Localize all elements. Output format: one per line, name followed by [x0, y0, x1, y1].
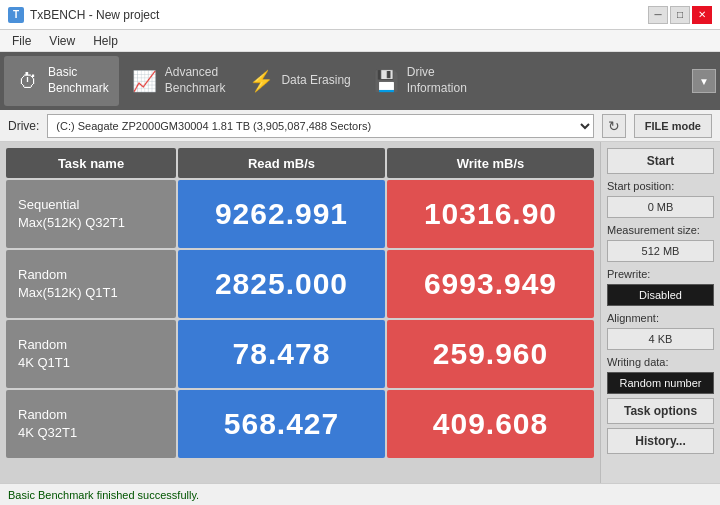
window-controls: ─ □ ✕: [648, 6, 712, 24]
menu-help[interactable]: Help: [85, 32, 126, 50]
table-row: Random Max(512K) Q1T1 2825.000 6993.949: [6, 250, 594, 318]
row-2-write: 259.960: [387, 320, 594, 388]
basic-benchmark-icon: ⏱: [14, 67, 42, 95]
title-bar: T TxBENCH - New project ─ □ ✕: [0, 0, 720, 30]
alignment-value: 4 KB: [607, 328, 714, 350]
toolbar-dropdown[interactable]: ▼: [692, 69, 716, 93]
file-mode-button[interactable]: FILE mode: [634, 114, 712, 138]
col-header-task: Task name: [6, 148, 176, 178]
tab-advanced-benchmark[interactable]: 📈 AdvancedBenchmark: [121, 56, 236, 106]
close-button[interactable]: ✕: [692, 6, 712, 24]
table-header: Task name Read mB/s Write mB/s: [6, 148, 594, 178]
col-header-write: Write mB/s: [387, 148, 594, 178]
advanced-benchmark-label: AdvancedBenchmark: [165, 65, 226, 96]
drive-select[interactable]: (C:) Seagate ZP2000GM30004 1.81 TB (3,90…: [47, 114, 593, 138]
row-3-write: 409.608: [387, 390, 594, 458]
start-button[interactable]: Start: [607, 148, 714, 174]
minimize-button[interactable]: ─: [648, 6, 668, 24]
drive-label: Drive:: [8, 119, 39, 133]
advanced-benchmark-icon: 📈: [131, 67, 159, 95]
data-erasing-icon: ⚡: [247, 67, 275, 95]
benchmark-area: Task name Read mB/s Write mB/s Sequentia…: [0, 142, 600, 483]
data-erasing-label: Data Erasing: [281, 73, 350, 89]
measurement-size-label: Measurement size:: [607, 224, 714, 236]
row-2-label: Random 4K Q1T1: [6, 320, 176, 388]
tab-drive-information[interactable]: 💾 DriveInformation: [363, 56, 477, 106]
tab-data-erasing[interactable]: ⚡ Data Erasing: [237, 56, 360, 106]
drive-information-label: DriveInformation: [407, 65, 467, 96]
status-bar: Basic Benchmark finished successfully.: [0, 483, 720, 505]
menu-file[interactable]: File: [4, 32, 39, 50]
row-1-read: 2825.000: [178, 250, 385, 318]
menu-bar: File View Help: [0, 30, 720, 52]
drive-information-icon: 💾: [373, 67, 401, 95]
drive-bar: Drive: (C:) Seagate ZP2000GM30004 1.81 T…: [0, 110, 720, 142]
maximize-button[interactable]: □: [670, 6, 690, 24]
col-header-read: Read mB/s: [178, 148, 385, 178]
menu-view[interactable]: View: [41, 32, 83, 50]
alignment-label: Alignment:: [607, 312, 714, 324]
table-row: Random 4K Q1T1 78.478 259.960: [6, 320, 594, 388]
measurement-size-value: 512 MB: [607, 240, 714, 262]
right-panel: Start Start position: 0 MB Measurement s…: [600, 142, 720, 483]
tab-basic-benchmark[interactable]: ⏱ BasicBenchmark: [4, 56, 119, 106]
window-title: TxBENCH - New project: [30, 8, 159, 22]
writing-data-label: Writing data:: [607, 356, 714, 368]
prewrite-value: Disabled: [607, 284, 714, 306]
task-options-button[interactable]: Task options: [607, 398, 714, 424]
table-row: Random 4K Q32T1 568.427 409.608: [6, 390, 594, 458]
row-0-label: Sequential Max(512K) Q32T1: [6, 180, 176, 248]
row-3-read: 568.427: [178, 390, 385, 458]
refresh-button[interactable]: ↻: [602, 114, 626, 138]
prewrite-label: Prewrite:: [607, 268, 714, 280]
main-content: Task name Read mB/s Write mB/s Sequentia…: [0, 142, 720, 483]
row-0-write: 10316.90: [387, 180, 594, 248]
row-0-read: 9262.991: [178, 180, 385, 248]
row-1-write: 6993.949: [387, 250, 594, 318]
writing-data-value: Random number: [607, 372, 714, 394]
row-1-label: Random Max(512K) Q1T1: [6, 250, 176, 318]
table-row: Sequential Max(512K) Q32T1 9262.991 1031…: [6, 180, 594, 248]
toolbar: ⏱ BasicBenchmark 📈 AdvancedBenchmark ⚡ D…: [0, 52, 720, 110]
start-position-value: 0 MB: [607, 196, 714, 218]
status-text: Basic Benchmark finished successfully.: [8, 489, 199, 501]
row-3-label: Random 4K Q32T1: [6, 390, 176, 458]
start-position-label: Start position:: [607, 180, 714, 192]
row-2-read: 78.478: [178, 320, 385, 388]
basic-benchmark-label: BasicBenchmark: [48, 65, 109, 96]
app-icon: T: [8, 7, 24, 23]
history-button[interactable]: History...: [607, 428, 714, 454]
